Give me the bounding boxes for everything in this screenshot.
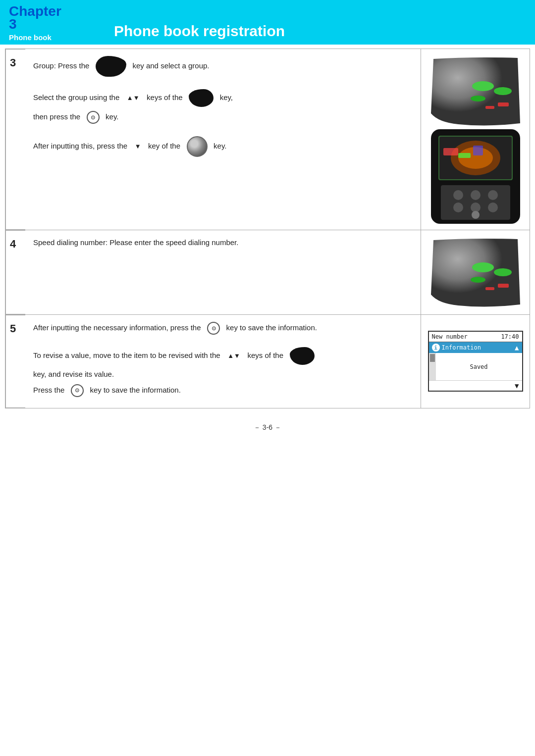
svg-point-1 <box>494 87 512 95</box>
svg-point-16 <box>488 190 498 200</box>
svg-rect-10 <box>443 148 458 155</box>
section-row-4: 4 Speed dialing number: Please enter the… <box>5 230 530 315</box>
screenshot-info-bar: i Information ▲ <box>429 342 522 353</box>
row-content-3: Group: Press the key and select a group.… <box>25 49 421 230</box>
saved-label: Saved <box>470 363 487 370</box>
step-5a-text1: After inputting the necessary informatio… <box>33 323 201 332</box>
nav-arrows-3b: ▲▼ <box>127 93 140 103</box>
svg-point-19 <box>488 202 498 212</box>
svg-rect-24 <box>498 284 509 288</box>
row-content-5: After inputting the necessary informatio… <box>25 315 421 408</box>
svg-point-15 <box>471 190 481 200</box>
blob-key-3a <box>96 56 126 77</box>
svg-point-0 <box>472 81 494 91</box>
scroll-down-area: ▼ <box>429 380 522 391</box>
step-3b-line2: then press the ⊙ key. <box>33 111 413 124</box>
device-image-3-phone <box>428 128 523 225</box>
circle-key-3b: ⊙ <box>87 111 100 124</box>
phonebook-label: Phone book <box>9 33 90 42</box>
step-5c: Press the ⊙ key to save the information. <box>33 384 413 397</box>
row-images-4 <box>421 230 530 314</box>
info-label: Information <box>442 344 481 351</box>
step-5b-text2: keys of the <box>247 351 283 359</box>
step-3b-text3: key, <box>220 93 233 101</box>
scroll-up-icon: ▲ <box>515 344 519 352</box>
step-3b-text1: Select the group using the <box>33 93 119 101</box>
row-images-5: New number 17:40 i Information ▲ Saved <box>421 315 530 408</box>
svg-point-20 <box>472 211 480 219</box>
device-image-4 <box>428 235 523 309</box>
step-5b: To revise a value, move to the item to b… <box>33 347 413 365</box>
row-images-3 <box>421 49 530 230</box>
step-3b-key: key. <box>106 112 118 121</box>
scroll-sidebar <box>429 353 436 380</box>
svg-point-14 <box>453 190 463 200</box>
svg-rect-4 <box>485 106 494 109</box>
svg-rect-12 <box>473 146 483 155</box>
screenshot-ui: New number 17:40 i Information ▲ Saved <box>428 331 523 392</box>
device-image-3-top <box>428 54 523 128</box>
step-5c-text1: Press the <box>33 385 64 394</box>
page-title: Phone book registration <box>114 23 285 40</box>
page-number: － 3-6 － <box>254 423 281 431</box>
step-5b-text1: To revise a value, move to the item to b… <box>33 351 220 359</box>
device-svg-3-top <box>428 54 523 128</box>
svg-point-17 <box>453 202 463 212</box>
info-icon: i <box>432 344 440 352</box>
step-5b-text3: key, and revise its value. <box>33 370 114 378</box>
section-row-3: 3 Group: Press the key and select a grou… <box>5 49 530 230</box>
row-number-5: 5 <box>5 315 25 408</box>
screenshot-body: Saved <box>429 353 522 380</box>
gear-icon-3c <box>187 136 208 157</box>
step-3c-text1: After inputting this, press the <box>33 142 127 150</box>
blob-key-3b <box>189 89 214 107</box>
row-content-4: Speed dialing number: Please enter the s… <box>25 230 421 314</box>
screenshot-time: 17:40 <box>501 333 519 340</box>
step-3a-text-before: Group: Press the <box>33 61 89 70</box>
chapter-label-block: Chapter 3 Phone book <box>0 0 99 45</box>
step-5a-text2: key to save the information. <box>226 323 317 332</box>
circle-key-5a: ⊙ <box>207 322 220 335</box>
chapter-number: 3 <box>9 16 90 32</box>
svg-point-23 <box>471 277 485 283</box>
main-content: 3 Group: Press the key and select a grou… <box>0 49 535 408</box>
scroll-thumb <box>430 354 435 362</box>
row-number-3: 3 <box>5 49 25 230</box>
page-header: Chapter 3 Phone book Phone book registra… <box>0 0 535 45</box>
row-number-4: 4 <box>5 230 25 314</box>
nav-arrows-5b: ▲▼ <box>227 351 240 361</box>
svg-rect-3 <box>498 102 509 106</box>
step-4a: Speed dialing number: Please enter the s… <box>33 237 413 249</box>
step-3c: After inputting this, press the ▼ key of… <box>33 136 413 157</box>
scroll-down-icon: ▼ <box>515 382 519 390</box>
step-3b-line1: Select the group using the ▲▼ keys of th… <box>33 89 413 107</box>
step-3b-then: then press the <box>33 112 80 121</box>
step-3a-text-after: key and select a group. <box>132 61 209 70</box>
svg-rect-11 <box>458 153 471 158</box>
step-4a-text: Speed dialing number: Please enter the s… <box>33 238 238 247</box>
step-3b-text2: keys of the <box>147 93 183 101</box>
svg-point-21 <box>472 262 494 272</box>
device-svg-4 <box>428 235 523 309</box>
nav-arrows-3c: ▼ <box>135 142 141 151</box>
step-5a: After inputting the necessary informatio… <box>33 322 413 335</box>
section-row-5: 5 After inputting the necessary informat… <box>5 315 530 408</box>
step-5b-line2: key, and revise its value. <box>33 369 413 380</box>
step-3c-text2: key of the <box>148 142 180 150</box>
step-3a: Group: Press the key and select a group. <box>33 56 413 77</box>
phone-svg-3 <box>428 128 523 225</box>
screenshot-title-bar: New number 17:40 <box>429 332 522 342</box>
svg-point-2 <box>471 96 485 101</box>
blob-key-5b <box>290 347 315 365</box>
svg-rect-25 <box>485 287 494 290</box>
step-5c-text2: key to save the information. <box>90 385 180 394</box>
svg-point-22 <box>494 268 512 276</box>
header-right: Phone book registration <box>99 0 535 45</box>
circle-key-5c: ⊙ <box>71 384 84 397</box>
screenshot-title: New number <box>432 333 468 340</box>
page-footer: － 3-6 － <box>0 408 535 442</box>
step-3c-text3: key. <box>214 142 226 150</box>
